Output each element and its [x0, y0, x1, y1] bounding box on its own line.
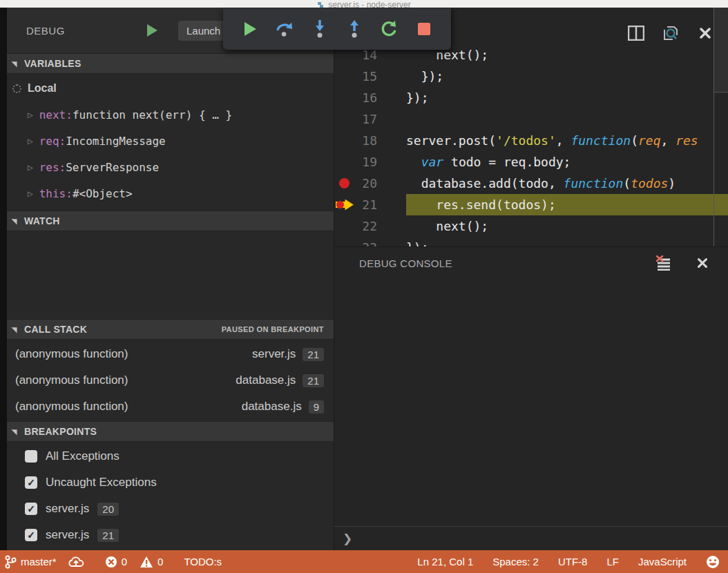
eol-item[interactable]: LF — [606, 556, 619, 567]
feedback-smiley-button[interactable] — [706, 555, 720, 569]
breakpoint-checkbox[interactable]: ✓ — [25, 503, 37, 515]
step-into-button[interactable] — [311, 19, 329, 39]
frame-location: server.js21 — [252, 347, 324, 361]
variable-row[interactable]: ▷req: IncomingMessage — [0, 128, 334, 154]
callstack-list: (anonymous function)server.js21(anonymou… — [0, 340, 334, 421]
watch-header-label: WATCH — [24, 215, 60, 226]
line-number: 16 — [354, 90, 377, 105]
debug-console-panel: DEBUG CONSOLE ❯ — [334, 246, 728, 550]
close-console-icon[interactable] — [693, 254, 711, 272]
restart-button[interactable] — [380, 19, 398, 39]
window-edge — [0, 8, 7, 550]
collapse-icon — [10, 59, 19, 68]
frame-file-label: database.js — [242, 400, 302, 414]
frame-line-badge: 21 — [303, 348, 324, 361]
watch-section-header[interactable]: WATCH — [0, 211, 334, 231]
split-editor-button[interactable] — [627, 24, 645, 42]
code-line[interactable]: 21 res.send(todos); — [334, 194, 728, 215]
breakpoint-row[interactable]: ✓server.js21 — [0, 522, 334, 548]
callstack-frame-row[interactable]: (anonymous function)server.js21 — [0, 341, 334, 367]
code-text: next(); — [377, 219, 488, 233]
line-number: 15 — [354, 69, 377, 84]
callstack-frame-row[interactable]: (anonymous function)database.js9 — [0, 394, 334, 420]
cursor-position-item[interactable]: Ln 21, Col 1 — [417, 556, 473, 567]
breakpoint-row[interactable]: ✓server.js20 — [0, 496, 334, 522]
step-over-button[interactable] — [276, 19, 294, 39]
breakpoint-checkbox[interactable]: ✓ — [25, 529, 37, 541]
indentation-item[interactable]: Spaces: 2 — [492, 556, 539, 567]
problems-item[interactable]: 0 0 — [105, 556, 164, 568]
code-line[interactable]: 19 var todo = req.body; — [334, 151, 728, 173]
git-sync-button[interactable] — [68, 556, 84, 568]
variables-list: Local▷next: function next(err) { … }▷req… — [0, 74, 334, 211]
continue-button[interactable] — [241, 19, 259, 39]
file-icon — [317, 1, 324, 8]
expand-arrow-icon[interactable]: ▷ — [28, 137, 33, 145]
stop-button[interactable] — [415, 19, 433, 39]
step-out-button[interactable] — [345, 19, 363, 39]
code-line[interactable]: 15 }); — [334, 66, 728, 87]
expand-arrow-icon[interactable]: ▷ — [28, 111, 33, 119]
variable-row[interactable]: ▷next: function next(err) { … } — [0, 101, 334, 128]
breakpoint-gutter[interactable] — [334, 199, 354, 211]
start-debug-button[interactable] — [147, 24, 157, 37]
collapse-icon — [10, 217, 19, 226]
breakpoints-header-label: BREAKPOINTS — [24, 426, 97, 437]
language-mode-label: JavaScript — [638, 556, 687, 567]
breakpoint-row[interactable]: ✓Uncaught Exceptions — [0, 469, 334, 496]
smiley-icon — [706, 555, 720, 569]
line-number: 21 — [354, 197, 377, 212]
close-editor-button[interactable] — [696, 24, 714, 42]
code-token: todos — [631, 176, 668, 191]
sidebar-title: DEBUG — [26, 25, 65, 37]
git-branch-item[interactable]: master* — [4, 555, 57, 569]
code-line[interactable]: 16}); — [334, 87, 728, 108]
todo-item[interactable]: TODO:s — [184, 556, 222, 567]
code-line[interactable]: 20 database.add(todo, function(todos) — [334, 173, 728, 194]
frame-function-label: (anonymous function) — [15, 400, 128, 414]
line-number: 19 — [354, 155, 377, 169]
debug-console-input[interactable]: ❯ — [334, 526, 728, 550]
code-line[interactable]: 17 — [334, 108, 728, 130]
breakpoint-row[interactable]: All Exceptions — [0, 443, 334, 469]
scope-label: Local — [28, 82, 57, 95]
breakpoint-checkbox[interactable]: ✓ — [25, 476, 37, 489]
console-prompt-icon: ❯ — [343, 532, 352, 545]
status-bar: master* 0 0 TODO:s Ln 21, Col 1 Spaces: … — [0, 550, 728, 573]
clear-console-icon[interactable] — [655, 254, 673, 272]
editor-scrollbar-slider[interactable] — [713, 8, 728, 93]
breakpoint-gutter[interactable] — [334, 178, 354, 188]
eol-label: LF — [606, 556, 619, 567]
breakpoint-label: All Exceptions — [46, 449, 119, 463]
code-token: ( — [623, 176, 631, 191]
frame-line-badge: 9 — [309, 400, 324, 414]
variable-row[interactable]: ▷this: #<Object> — [0, 180, 334, 206]
language-mode-item[interactable]: JavaScript — [638, 556, 687, 567]
launch-config-dropdown[interactable]: Launch — [178, 21, 229, 41]
variable-row[interactable]: ▷res: ServerResponse — [0, 154, 334, 180]
code-text: res.send(todos); — [377, 197, 556, 212]
breakpoint-checkbox[interactable] — [25, 450, 37, 463]
breakpoints-section-header[interactable]: BREAKPOINTS — [0, 421, 334, 442]
expand-arrow-icon[interactable]: ▷ — [28, 190, 33, 197]
code-token: res — [676, 133, 698, 148]
encoding-item[interactable]: UTF-8 — [558, 556, 588, 567]
encoding-label: UTF-8 — [558, 556, 588, 567]
variable-value: function next(err) { … } — [73, 108, 232, 122]
open-preview-button[interactable] — [662, 24, 680, 42]
variables-section-header[interactable]: VARIABLES — [0, 53, 334, 74]
variables-scope-row[interactable]: Local — [0, 75, 334, 101]
git-branch-label: master* — [21, 556, 57, 567]
code-line[interactable]: 23}); — [334, 237, 728, 246]
callstack-section-header[interactable]: CALL STACK PAUSED ON BREAKPOINT — [0, 319, 334, 340]
cloud-upload-icon — [68, 556, 84, 568]
code-line[interactable]: 18server.post('/todos', function(req, re… — [334, 130, 728, 151]
code-token: database.add(todo, — [406, 176, 564, 191]
debug-toolbar — [223, 8, 451, 50]
line-number: 14 — [354, 48, 377, 62]
code-token: , — [556, 133, 571, 148]
callstack-frame-row[interactable]: (anonymous function)database.js21 — [0, 367, 334, 394]
code-line[interactable]: 22 next(); — [334, 215, 728, 237]
code-token: }); — [406, 90, 429, 105]
expand-arrow-icon[interactable]: ▷ — [28, 164, 33, 171]
